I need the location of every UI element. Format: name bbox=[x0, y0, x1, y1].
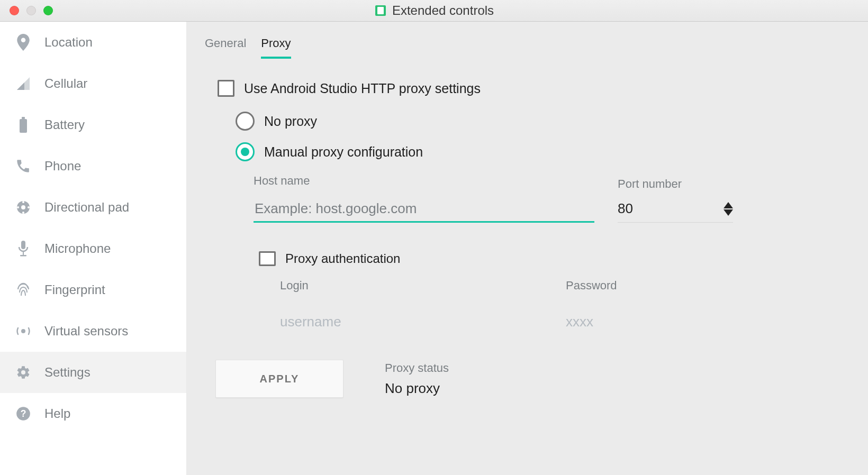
battery-icon bbox=[15, 116, 32, 133]
sidebar-item-settings[interactable]: Settings bbox=[0, 352, 186, 393]
port-number-input[interactable]: 80 bbox=[618, 200, 733, 223]
sidebar-item-label: Fingerprint bbox=[44, 282, 105, 297]
tab-general[interactable]: General bbox=[205, 32, 246, 58]
microphone-icon bbox=[15, 240, 32, 257]
svg-rect-10 bbox=[21, 241, 25, 249]
location-pin-icon bbox=[15, 34, 32, 51]
svg-point-6 bbox=[22, 201, 24, 203]
port-number-label: Port number bbox=[618, 177, 733, 191]
signal-icon bbox=[15, 75, 32, 92]
tab-proxy[interactable]: Proxy bbox=[261, 32, 291, 58]
password-input[interactable]: xxxx bbox=[566, 314, 788, 330]
use-studio-proxy-checkbox[interactable] bbox=[218, 80, 234, 97]
main-content: General Proxy Use Android Studio HTTP pr… bbox=[187, 22, 868, 475]
sidebar-item-label: Location bbox=[44, 35, 93, 50]
svg-point-13 bbox=[21, 329, 25, 333]
svg-point-9 bbox=[28, 206, 30, 208]
sidebar-item-help[interactable]: ? Help bbox=[0, 393, 186, 434]
svg-rect-1 bbox=[377, 7, 384, 14]
svg-point-7 bbox=[22, 212, 24, 214]
sidebar-item-label: Virtual sensors bbox=[44, 324, 128, 339]
dpad-icon bbox=[15, 199, 32, 216]
svg-point-5 bbox=[21, 205, 25, 209]
sidebar-item-location[interactable]: Location bbox=[0, 22, 186, 63]
apply-button[interactable]: APPLY bbox=[215, 360, 343, 398]
app-icon bbox=[374, 4, 387, 17]
window-title: Extended controls bbox=[392, 3, 494, 18]
sensors-icon bbox=[15, 323, 32, 340]
help-icon: ? bbox=[15, 405, 32, 422]
tabs: General Proxy bbox=[205, 32, 850, 58]
sidebar-item-label: Directional pad bbox=[44, 200, 129, 215]
sidebar-item-directional-pad[interactable]: Directional pad bbox=[0, 187, 186, 228]
svg-rect-12 bbox=[20, 255, 26, 257]
proxy-auth-checkbox[interactable] bbox=[259, 251, 276, 266]
use-studio-proxy-label: Use Android Studio HTTP proxy settings bbox=[244, 81, 481, 96]
sidebar-item-label: Cellular bbox=[44, 76, 87, 91]
sidebar-item-cellular[interactable]: Cellular bbox=[0, 63, 186, 104]
sidebar: Location Cellular Battery Phone Directio bbox=[0, 22, 187, 475]
port-decrement-button[interactable] bbox=[724, 209, 733, 216]
sidebar-item-fingerprint[interactable]: Fingerprint bbox=[0, 269, 186, 310]
phone-icon bbox=[15, 158, 32, 175]
sidebar-item-label: Help bbox=[44, 406, 70, 421]
proxy-status-label: Proxy status bbox=[385, 361, 449, 375]
svg-text:?: ? bbox=[21, 408, 26, 419]
login-input[interactable]: username bbox=[280, 314, 502, 330]
sidebar-item-battery[interactable]: Battery bbox=[0, 104, 186, 145]
sidebar-item-label: Microphone bbox=[44, 241, 111, 256]
sidebar-item-label: Phone bbox=[44, 159, 81, 173]
port-increment-button[interactable] bbox=[724, 202, 733, 208]
minimize-window-button[interactable] bbox=[26, 6, 36, 15]
sidebar-item-phone[interactable]: Phone bbox=[0, 145, 186, 187]
gear-icon bbox=[15, 364, 32, 381]
password-label: Password bbox=[566, 279, 788, 293]
sidebar-item-label: Battery bbox=[44, 117, 85, 132]
window-titlebar: Extended controls bbox=[0, 0, 868, 22]
fingerprint-icon bbox=[15, 281, 32, 298]
close-window-button[interactable] bbox=[10, 6, 19, 15]
svg-rect-11 bbox=[23, 251, 24, 255]
svg-rect-2 bbox=[22, 117, 25, 119]
port-number-value: 80 bbox=[618, 200, 718, 217]
sidebar-item-label: Settings bbox=[44, 365, 91, 380]
proxy-auth-label: Proxy authentication bbox=[285, 251, 400, 266]
radio-no-proxy-label: No proxy bbox=[264, 114, 317, 129]
svg-rect-0 bbox=[375, 5, 386, 16]
host-name-label: Host name bbox=[254, 174, 594, 188]
port-spinner bbox=[724, 202, 733, 216]
sidebar-item-virtual-sensors[interactable]: Virtual sensors bbox=[0, 310, 186, 352]
radio-manual-proxy[interactable] bbox=[236, 142, 255, 161]
svg-point-8 bbox=[17, 206, 19, 208]
radio-no-proxy[interactable] bbox=[236, 112, 255, 131]
login-label: Login bbox=[280, 279, 502, 293]
svg-rect-3 bbox=[20, 119, 27, 133]
sidebar-item-microphone[interactable]: Microphone bbox=[0, 228, 186, 269]
zoom-window-button[interactable] bbox=[43, 6, 53, 15]
traffic-lights bbox=[0, 6, 53, 15]
host-name-input[interactable] bbox=[254, 197, 594, 223]
radio-manual-proxy-label: Manual proxy configuration bbox=[264, 144, 423, 160]
proxy-status-value: No proxy bbox=[385, 380, 449, 397]
